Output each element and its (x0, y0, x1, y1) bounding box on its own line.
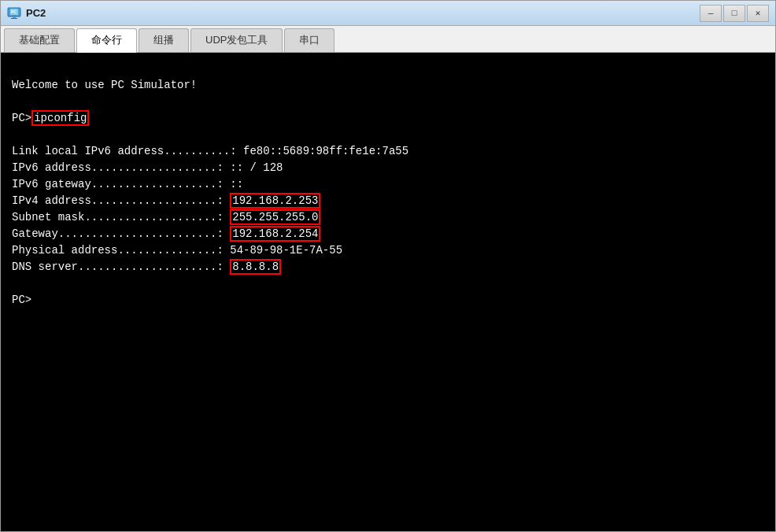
terminal-area[interactable]: Welcome to use PC Simulator! PC>ipconfig… (1, 53, 775, 531)
window-title: PC2 (26, 7, 46, 19)
physical-line: Physical address...............: 54-89-9… (12, 244, 342, 257)
main-window: PC PC2 — □ ✕ 基础配置 命令行 组播 UDP发包工具 串口 Welc… (0, 0, 776, 532)
tab-multicast[interactable]: 组播 (139, 28, 189, 52)
tab-udp-tool[interactable]: UDP发包工具 (190, 28, 283, 52)
ipv6-addr-line: IPv6 address...................: :: / 12… (12, 161, 283, 174)
ipv4-highlight: 192.168.2.253 (230, 193, 320, 209)
svg-rect-2 (13, 17, 16, 18)
ipconfig-line: PC>ipconfig (12, 110, 89, 126)
tab-basic-config[interactable]: 基础配置 (4, 28, 75, 52)
minimize-button[interactable]: — (700, 5, 722, 22)
title-bar-left: PC PC2 (7, 6, 46, 20)
dns-line: DNS server.....................: 8.8.8.8 (12, 259, 281, 275)
welcome-line: Welcome to use PC Simulator! (12, 79, 197, 91)
dns-highlight: 8.8.8.8 (230, 259, 281, 275)
pc-icon: PC (7, 6, 21, 20)
ipv4-addr-line: IPv4 address...................: 192.168… (12, 193, 320, 209)
subnet-line: Subnet mask....................: 255.255… (12, 209, 320, 225)
gateway-line: Gateway........................: 192.168… (12, 226, 320, 242)
ipv6-gw-line: IPv6 gateway...................: :: (12, 178, 243, 190)
title-bar: PC PC2 — □ ✕ (1, 1, 775, 26)
terminal-output: Welcome to use PC Simulator! PC>ipconfig… (12, 61, 764, 325)
maximize-button[interactable]: □ (723, 5, 745, 22)
svg-rect-3 (11, 18, 17, 19)
ipconfig-highlight: ipconfig (31, 110, 89, 126)
tab-serial[interactable]: 串口 (284, 28, 334, 52)
svg-text:PC: PC (11, 9, 17, 14)
ipv6-link-line: Link local IPv6 address..........: fe80:… (12, 145, 408, 157)
tab-bar: 基础配置 命令行 组播 UDP发包工具 串口 (1, 26, 775, 53)
subnet-highlight: 255.255.255.0 (230, 209, 320, 225)
title-buttons: — □ ✕ (700, 5, 769, 22)
close-button[interactable]: ✕ (747, 5, 769, 22)
gateway-highlight: 192.168.2.254 (230, 226, 320, 242)
tab-command-line[interactable]: 命令行 (76, 28, 137, 53)
prompt-line: PC> (12, 294, 31, 306)
